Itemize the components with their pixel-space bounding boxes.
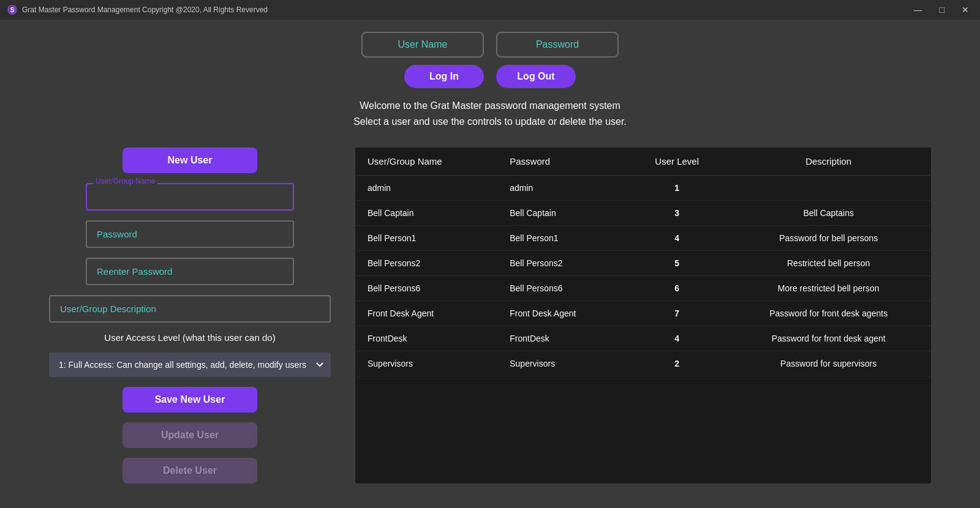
cell-level: 1 (628, 176, 726, 201)
cell-name: Bell Captain (355, 201, 497, 226)
login-inputs (361, 32, 619, 58)
maximize-button[interactable]: □ (936, 4, 948, 16)
save-new-user-button[interactable]: Save New User (123, 387, 257, 413)
cell-password: Supervisors (497, 351, 628, 376)
cell-password: Bell Persons6 (497, 276, 628, 301)
update-user-button[interactable]: Update User (123, 422, 257, 448)
cell-description: Password for bell persons (726, 226, 931, 251)
table-row[interactable]: Bell Person1 Bell Person1 4 Password for… (355, 226, 931, 251)
login-buttons: Log In Log Out (404, 65, 576, 88)
cell-description: Password for supervisors (726, 351, 931, 376)
col-header-name: User/Group Name (355, 148, 497, 176)
cell-password: admin (497, 176, 628, 201)
user-group-name-input[interactable] (86, 183, 294, 211)
cell-name: Bell Person1 (355, 226, 497, 251)
title-bar-left: S Grat Master Password Management Copyri… (7, 5, 268, 15)
cell-password: Front Desk Agent (497, 301, 628, 326)
cell-level: 2 (628, 351, 726, 376)
user-group-name-label: User/Group Name (93, 177, 157, 185)
table-header-row: User/Group Name Password User Level Desc… (355, 148, 931, 176)
cell-name: Bell Persons2 (355, 251, 497, 276)
col-header-password: Password (497, 148, 628, 176)
table-row[interactable]: Front Desk Agent Front Desk Agent 7 Pass… (355, 301, 931, 326)
cell-description: Password for front desk agents (726, 301, 931, 326)
cell-name: Front Desk Agent (355, 301, 497, 326)
cell-description: Bell Captains (726, 201, 931, 226)
cell-description: Password for front desk agent (726, 326, 931, 351)
cell-level: 4 (628, 326, 726, 351)
title-bar: S Grat Master Password Management Copyri… (0, 0, 980, 20)
app-icon: S (7, 5, 17, 15)
table-row[interactable]: Bell Captain Bell Captain 3 Bell Captain… (355, 201, 931, 226)
login-password-input[interactable] (496, 32, 619, 58)
cell-level: 3 (628, 201, 726, 226)
new-user-button[interactable]: New User (123, 148, 257, 173)
user-group-name-field: User/Group Name (86, 183, 294, 211)
table-row[interactable]: FrontDesk FrontDesk 4 Password for front… (355, 326, 931, 351)
username-input[interactable] (361, 32, 484, 58)
cell-password: Bell Captain (497, 201, 628, 226)
cell-level: 7 (628, 301, 726, 326)
cell-description (726, 176, 931, 201)
col-header-level: User Level (628, 148, 726, 176)
table-row[interactable]: Bell Persons2 Bell Persons2 5 Restricted… (355, 251, 931, 276)
cell-level: 6 (628, 276, 726, 301)
cell-name: Supervisors (355, 351, 497, 376)
cell-password: FrontDesk (497, 326, 628, 351)
logout-button[interactable]: Log Out (496, 65, 576, 88)
description-input[interactable] (49, 295, 331, 323)
password-input[interactable] (86, 220, 294, 248)
user-table-panel: User/Group Name Password User Level Desc… (355, 148, 931, 484)
table-row[interactable]: Bell Persons6 Bell Persons6 6 More restr… (355, 276, 931, 301)
welcome-text: Welcome to the Grat Master password mana… (353, 98, 627, 129)
login-section: Log In Log Out Welcome to the Grat Maste… (0, 20, 980, 129)
cell-name: admin (355, 176, 497, 201)
welcome-line1: Welcome to the Grat Master password mana… (353, 98, 627, 114)
reenter-password-input[interactable] (86, 258, 294, 285)
table-row[interactable]: Supervisors Supervisors 2 Password for s… (355, 351, 931, 376)
table-row[interactable]: admin admin 1 (355, 176, 931, 201)
left-panel: New User User/Group Name User Access Lev… (49, 148, 331, 484)
title-bar-controls: — □ ✕ (910, 4, 973, 16)
access-level-label: User Access Level (what this user can do… (104, 332, 275, 343)
cell-name: Bell Persons6 (355, 276, 497, 301)
welcome-line2: Select a user and use the controls to up… (353, 114, 627, 130)
user-table: User/Group Name Password User Level Desc… (355, 148, 931, 376)
access-level-select[interactable]: 1: Full Access: Can change all settings,… (49, 353, 331, 377)
cell-password: Bell Person1 (497, 226, 628, 251)
login-button[interactable]: Log In (404, 65, 484, 88)
main-content: New User User/Group Name User Access Lev… (0, 135, 980, 496)
cell-level: 5 (628, 251, 726, 276)
minimize-button[interactable]: — (910, 4, 926, 16)
cell-description: More restricted bell person (726, 276, 931, 301)
cell-name: FrontDesk (355, 326, 497, 351)
cell-level: 4 (628, 226, 726, 251)
app-title: Grat Master Password Management Copyrigh… (22, 6, 268, 14)
close-button[interactable]: ✕ (958, 4, 973, 16)
cell-description: Restricted bell person (726, 251, 931, 276)
cell-password: Bell Persons2 (497, 251, 628, 276)
delete-user-button[interactable]: Delete User (123, 458, 257, 484)
col-header-description: Description (726, 148, 931, 176)
